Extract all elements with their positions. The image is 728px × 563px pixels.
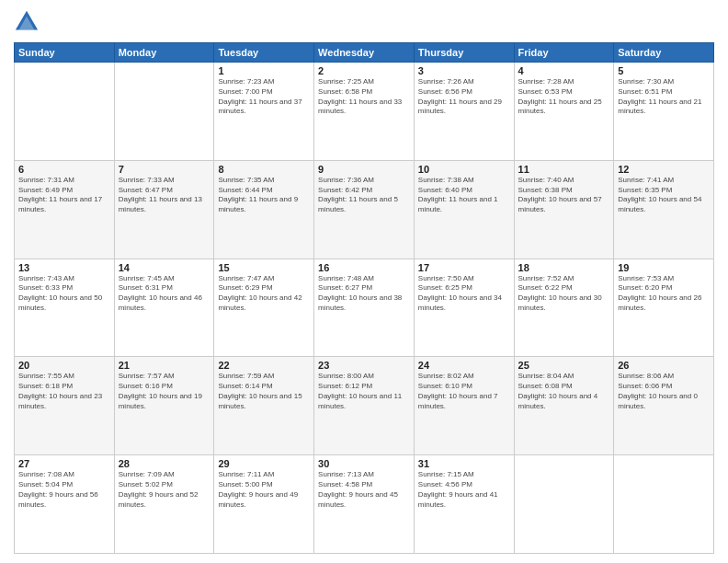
day-cell: 14Sunrise: 7:45 AM Sunset: 6:31 PM Dayli…: [114, 259, 214, 357]
day-cell: 3Sunrise: 7:26 AM Sunset: 6:56 PM Daylig…: [414, 63, 514, 161]
day-cell: 5Sunrise: 7:30 AM Sunset: 6:51 PM Daylig…: [614, 63, 714, 161]
day-info: Sunrise: 7:45 AM Sunset: 6:31 PM Dayligh…: [119, 274, 210, 314]
page: SundayMondayTuesdayWednesdayThursdayFrid…: [0, 0, 728, 563]
day-cell: 28Sunrise: 7:09 AM Sunset: 5:02 PM Dayli…: [114, 455, 214, 554]
day-header-sunday: Sunday: [15, 43, 115, 63]
day-info: Sunrise: 7:53 AM Sunset: 6:20 PM Dayligh…: [618, 274, 710, 314]
header: [14, 9, 714, 35]
week-row-1: 1Sunrise: 7:23 AM Sunset: 7:00 PM Daylig…: [15, 63, 714, 161]
day-number: 20: [18, 360, 110, 371]
day-cell: 27Sunrise: 7:08 AM Sunset: 5:04 PM Dayli…: [15, 455, 115, 554]
week-row-2: 6Sunrise: 7:31 AM Sunset: 6:49 PM Daylig…: [15, 160, 714, 259]
day-cell: 16Sunrise: 7:48 AM Sunset: 6:27 PM Dayli…: [314, 259, 415, 357]
day-info: Sunrise: 7:57 AM Sunset: 6:16 PM Dayligh…: [119, 372, 210, 411]
day-header-friday: Friday: [514, 43, 614, 63]
day-cell: [614, 455, 714, 554]
day-info: Sunrise: 7:28 AM Sunset: 6:53 PM Dayligh…: [518, 77, 610, 117]
day-number: 10: [418, 164, 510, 175]
day-header-tuesday: Tuesday: [214, 43, 314, 63]
day-cell: 15Sunrise: 7:47 AM Sunset: 6:29 PM Dayli…: [214, 259, 314, 357]
day-cell: 20Sunrise: 7:55 AM Sunset: 6:18 PM Dayli…: [15, 357, 115, 455]
day-number: 3: [418, 65, 510, 76]
day-number: 15: [218, 262, 310, 273]
day-info: Sunrise: 7:55 AM Sunset: 6:18 PM Dayligh…: [18, 372, 110, 411]
day-header-monday: Monday: [114, 43, 214, 63]
day-number: 31: [418, 458, 510, 469]
day-info: Sunrise: 7:33 AM Sunset: 6:47 PM Dayligh…: [119, 176, 210, 215]
logo-icon: [14, 9, 40, 35]
day-number: 17: [418, 262, 510, 273]
day-number: 29: [218, 458, 310, 469]
day-cell: 7Sunrise: 7:33 AM Sunset: 6:47 PM Daylig…: [114, 160, 214, 259]
day-info: Sunrise: 7:47 AM Sunset: 6:29 PM Dayligh…: [218, 274, 310, 314]
day-number: 9: [318, 164, 410, 175]
day-number: 8: [218, 164, 310, 175]
day-info: Sunrise: 8:04 AM Sunset: 6:08 PM Dayligh…: [518, 372, 610, 411]
day-info: Sunrise: 7:40 AM Sunset: 6:38 PM Dayligh…: [518, 176, 610, 215]
day-cell: 9Sunrise: 7:36 AM Sunset: 6:42 PM Daylig…: [314, 160, 415, 259]
day-info: Sunrise: 7:09 AM Sunset: 5:02 PM Dayligh…: [119, 470, 210, 510]
day-info: Sunrise: 7:31 AM Sunset: 6:49 PM Dayligh…: [18, 176, 110, 215]
day-info: Sunrise: 7:25 AM Sunset: 6:58 PM Dayligh…: [318, 77, 410, 117]
day-cell: 11Sunrise: 7:40 AM Sunset: 6:38 PM Dayli…: [514, 160, 614, 259]
day-header-saturday: Saturday: [614, 43, 714, 63]
day-info: Sunrise: 7:30 AM Sunset: 6:51 PM Dayligh…: [618, 77, 710, 117]
day-cell: 17Sunrise: 7:50 AM Sunset: 6:25 PM Dayli…: [414, 259, 514, 357]
day-number: 2: [318, 65, 410, 76]
day-number: 7: [119, 164, 210, 175]
day-number: 25: [518, 360, 610, 371]
day-number: 28: [119, 458, 210, 469]
day-cell: 18Sunrise: 7:52 AM Sunset: 6:22 PM Dayli…: [514, 259, 614, 357]
day-number: 16: [318, 262, 410, 273]
day-info: Sunrise: 7:15 AM Sunset: 4:56 PM Dayligh…: [418, 470, 510, 510]
day-number: 19: [618, 262, 710, 273]
day-number: 12: [618, 164, 710, 175]
day-info: Sunrise: 7:38 AM Sunset: 6:40 PM Dayligh…: [418, 176, 510, 215]
day-number: 14: [119, 262, 210, 273]
day-info: Sunrise: 8:02 AM Sunset: 6:10 PM Dayligh…: [418, 372, 510, 411]
day-info: Sunrise: 7:26 AM Sunset: 6:56 PM Dayligh…: [418, 77, 510, 117]
day-info: Sunrise: 7:35 AM Sunset: 6:44 PM Dayligh…: [218, 176, 310, 215]
calendar-table: SundayMondayTuesdayWednesdayThursdayFrid…: [14, 42, 714, 554]
day-number: 11: [518, 164, 610, 175]
day-number: 22: [218, 360, 310, 371]
day-info: Sunrise: 7:13 AM Sunset: 4:58 PM Dayligh…: [318, 470, 410, 510]
day-number: 23: [318, 360, 410, 371]
day-cell: 10Sunrise: 7:38 AM Sunset: 6:40 PM Dayli…: [414, 160, 514, 259]
day-cell: 29Sunrise: 7:11 AM Sunset: 5:00 PM Dayli…: [214, 455, 314, 554]
week-row-5: 27Sunrise: 7:08 AM Sunset: 5:04 PM Dayli…: [15, 455, 714, 554]
day-info: Sunrise: 7:41 AM Sunset: 6:35 PM Dayligh…: [618, 176, 710, 215]
day-number: 24: [418, 360, 510, 371]
calendar-header-row: SundayMondayTuesdayWednesdayThursdayFrid…: [15, 43, 714, 63]
day-cell: 24Sunrise: 8:02 AM Sunset: 6:10 PM Dayli…: [414, 357, 514, 455]
day-cell: 31Sunrise: 7:15 AM Sunset: 4:56 PM Dayli…: [414, 455, 514, 554]
day-cell: 30Sunrise: 7:13 AM Sunset: 4:58 PM Dayli…: [314, 455, 415, 554]
day-info: Sunrise: 7:11 AM Sunset: 5:00 PM Dayligh…: [218, 470, 310, 510]
day-info: Sunrise: 7:08 AM Sunset: 5:04 PM Dayligh…: [18, 470, 110, 510]
day-cell: 19Sunrise: 7:53 AM Sunset: 6:20 PM Dayli…: [614, 259, 714, 357]
day-header-wednesday: Wednesday: [314, 43, 415, 63]
day-cell: 2Sunrise: 7:25 AM Sunset: 6:58 PM Daylig…: [314, 63, 415, 161]
day-number: 5: [618, 65, 710, 76]
day-info: Sunrise: 7:52 AM Sunset: 6:22 PM Dayligh…: [518, 274, 610, 314]
day-cell: 1Sunrise: 7:23 AM Sunset: 7:00 PM Daylig…: [214, 63, 314, 161]
day-cell: 21Sunrise: 7:57 AM Sunset: 6:16 PM Dayli…: [114, 357, 214, 455]
day-info: Sunrise: 7:59 AM Sunset: 6:14 PM Dayligh…: [218, 372, 310, 411]
day-cell: 13Sunrise: 7:43 AM Sunset: 6:33 PM Dayli…: [15, 259, 115, 357]
day-info: Sunrise: 7:48 AM Sunset: 6:27 PM Dayligh…: [318, 274, 410, 314]
day-info: Sunrise: 7:36 AM Sunset: 6:42 PM Dayligh…: [318, 176, 410, 215]
day-cell: [15, 63, 115, 161]
day-number: 18: [518, 262, 610, 273]
day-cell: 12Sunrise: 7:41 AM Sunset: 6:35 PM Dayli…: [614, 160, 714, 259]
day-header-thursday: Thursday: [414, 43, 514, 63]
day-info: Sunrise: 8:00 AM Sunset: 6:12 PM Dayligh…: [318, 372, 410, 411]
day-cell: 23Sunrise: 8:00 AM Sunset: 6:12 PM Dayli…: [314, 357, 415, 455]
day-cell: 26Sunrise: 8:06 AM Sunset: 6:06 PM Dayli…: [614, 357, 714, 455]
day-number: 21: [119, 360, 210, 371]
day-number: 4: [518, 65, 610, 76]
day-cell: 6Sunrise: 7:31 AM Sunset: 6:49 PM Daylig…: [15, 160, 115, 259]
day-cell: 25Sunrise: 8:04 AM Sunset: 6:08 PM Dayli…: [514, 357, 614, 455]
day-cell: [114, 63, 214, 161]
day-cell: 8Sunrise: 7:35 AM Sunset: 6:44 PM Daylig…: [214, 160, 314, 259]
day-cell: 4Sunrise: 7:28 AM Sunset: 6:53 PM Daylig…: [514, 63, 614, 161]
